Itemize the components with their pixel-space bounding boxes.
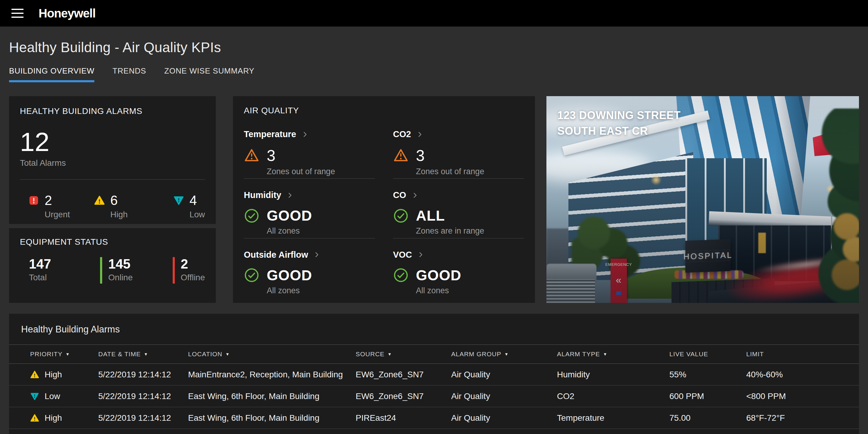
tab-zone-wise-summary[interactable]: ZONE WISE SUMMARY — [164, 66, 254, 82]
high-warning-icon — [94, 195, 105, 206]
high-warning-icon — [30, 413, 39, 423]
metric-sublabel: Zones are in range — [393, 226, 524, 236]
low-priority-icon — [173, 195, 184, 206]
tab-label: ZONE WISE SUMMARY — [164, 66, 254, 75]
metric-sublabel: Zones out of range — [244, 167, 375, 176]
equipment-total-label: Total — [29, 273, 51, 282]
table-row[interactable] — [9, 429, 859, 434]
metric-co-link[interactable]: CO — [393, 190, 524, 200]
metric-temperature-link[interactable]: Temperature — [244, 129, 375, 139]
column-label: DATE & TIME — [98, 350, 141, 358]
metric-value: GOOD — [267, 267, 312, 284]
equipment-offline-value: 2 — [181, 257, 205, 271]
urgent-alarms-stat[interactable]: 2 Urgent — [28, 193, 94, 219]
total-alarms-value: 12 — [20, 129, 205, 155]
column-header-alarm-group[interactable]: ALARM GROUP ▼ — [451, 350, 557, 358]
equipment-online-value: 145 — [108, 257, 133, 271]
metric-label: CO — [393, 190, 406, 200]
sort-arrow-icon: ▼ — [603, 352, 608, 356]
menu-icon[interactable] — [11, 8, 24, 19]
alarm-group-cell: Air Quality — [451, 370, 557, 379]
low-alarms-stat[interactable]: 4 Low — [173, 193, 205, 219]
chevron-right-icon — [313, 251, 321, 258]
metric-label: Temperature — [244, 129, 296, 139]
metric-sublabel: All zones — [393, 286, 524, 296]
chevron-right-icon — [416, 130, 424, 138]
tab-building-overview[interactable]: BUILDING OVERVIEW — [9, 66, 94, 82]
top-bar: Honeywell — [0, 0, 868, 27]
location-cell: East Wing, 6th Floor, Main Building — [188, 392, 355, 401]
priority-value: High — [44, 413, 62, 423]
equipment-stats: 147 Total 145 Online 2 — [20, 257, 205, 284]
metric-label: Humidity — [244, 190, 281, 200]
sort-arrow-icon: ▼ — [225, 352, 230, 356]
source-cell: PIREast24 — [355, 413, 451, 423]
datetime-cell: 5/22/2019 12:14:12 — [98, 413, 188, 423]
column-header-date-time[interactable]: DATE & TIME ▼ — [98, 350, 188, 358]
metric-value: ALL — [416, 207, 445, 224]
metric-label: Outside Airflow — [244, 250, 308, 260]
metric-outside-airflow-link[interactable]: Outside Airflow — [244, 250, 375, 260]
healthy-building-alarms-card: HEALTHY BUILDING ALARMS 12 Total Alarms … — [9, 96, 216, 224]
check-circle-icon — [393, 267, 409, 283]
datetime-cell: 5/22/2019 12:14:12 — [98, 370, 188, 379]
low-priority-icon — [30, 392, 39, 401]
urgent-label: Urgent — [28, 210, 94, 219]
column-label: SOURCE — [355, 350, 384, 358]
equipment-offline-stat: 2 Offline — [173, 257, 205, 284]
metric-co: CO ALL Zones are in range — [393, 179, 524, 238]
equipment-total-stat: 147 Total — [29, 257, 100, 284]
high-alarms-stat[interactable]: 6 High — [94, 193, 173, 219]
check-circle-icon — [244, 267, 259, 283]
priority-value: High — [44, 370, 62, 379]
check-circle-icon — [244, 208, 259, 224]
alarm-priority-stats: 2 Urgent 6 High 4 — [20, 193, 205, 219]
alarms-table-header: PRIORITY ▼ DATE & TIME ▼ LOCATION ▼ SOUR… — [9, 344, 859, 364]
metric-voc-link[interactable]: VOC — [393, 250, 524, 260]
column-header-alarm-type[interactable]: ALARM TYPE ▼ — [557, 350, 670, 358]
alarm-type-cell: Temperature — [557, 413, 670, 423]
location-cell: MainEntrance2, Reception, Main Building — [188, 370, 355, 379]
main-content: Healthy Building - Air Quality KPIs BUIL… — [0, 39, 868, 434]
tab-trends[interactable]: TRENDS — [113, 66, 146, 82]
kpi-cards-row: HEALTHY BUILDING ALARMS 12 Total Alarms … — [9, 96, 859, 303]
metric-co2-link[interactable]: CO2 — [393, 129, 524, 139]
high-count: 6 — [110, 193, 118, 208]
metric-value: 3 — [416, 147, 425, 164]
card-title: AIR QUALITY — [244, 106, 524, 116]
metric-value: GOOD — [416, 267, 461, 284]
column-label: LOCATION — [188, 350, 222, 358]
address-line-1: 123 DOWNING STREET — [557, 107, 681, 123]
table-row[interactable]: High 5/22/2019 12:14:12 East Wing, 6th F… — [9, 407, 859, 429]
column-header-limit: LIMIT — [746, 350, 859, 358]
chevron-right-icon — [301, 130, 309, 138]
source-cell: EW6_Zone6_SN7 — [355, 392, 451, 401]
offline-indicator-bar — [173, 257, 175, 284]
source-cell: EW6_Zone6_SN7 — [355, 370, 451, 379]
metric-label: CO2 — [393, 129, 411, 139]
metric-temperature: Temperature 3 Zones out of range — [244, 118, 375, 179]
column-header-location[interactable]: LOCATION ▼ — [188, 350, 355, 358]
sort-arrow-icon: ▼ — [504, 352, 509, 356]
table-row[interactable]: High 5/22/2019 12:14:12 MainEntrance2, R… — [9, 364, 859, 385]
equipment-total-value: 147 — [29, 257, 51, 271]
active-tab-underline — [9, 80, 94, 82]
equipment-offline-label: Offline — [181, 273, 205, 282]
live-value-cell: 55% — [670, 370, 746, 379]
metric-sublabel: Zones out of range — [393, 167, 524, 176]
column-label: PRIORITY — [30, 350, 62, 358]
metric-humidity-link[interactable]: Humidity — [244, 190, 375, 200]
metric-sublabel: All zones — [244, 226, 375, 236]
alarm-group-cell: Air Quality — [451, 413, 557, 423]
column-header-priority[interactable]: PRIORITY ▼ — [30, 350, 98, 358]
column-label: LIMIT — [746, 350, 764, 358]
column-header-source[interactable]: SOURCE ▼ — [355, 350, 451, 358]
metric-value: 3 — [267, 147, 276, 164]
tab-label: TRENDS — [113, 66, 146, 75]
metric-sublabel: All zones — [244, 286, 375, 296]
alarm-type-cell: CO2 — [557, 392, 670, 401]
metric-value: GOOD — [267, 207, 312, 224]
urgent-count: 2 — [44, 193, 52, 208]
table-row[interactable]: Low 5/22/2019 12:14:12 East Wing, 6th Fl… — [9, 385, 859, 407]
priority-value: Low — [44, 392, 60, 401]
